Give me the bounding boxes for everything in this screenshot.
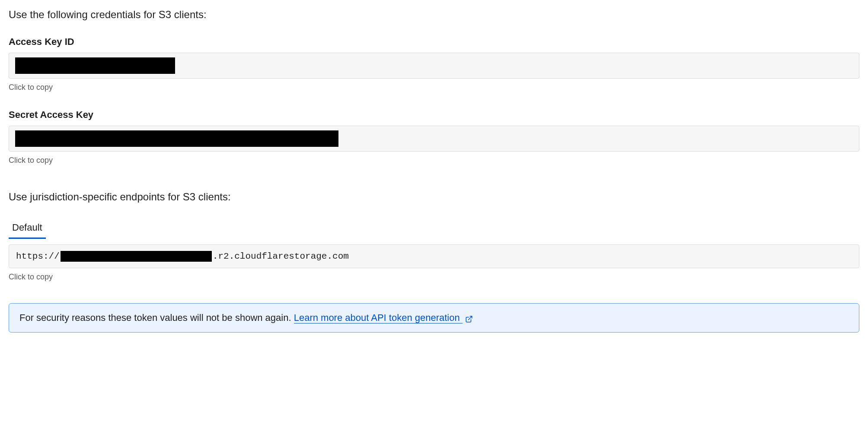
learn-more-link[interactable]: Learn more about API token generation: [294, 312, 463, 323]
endpoint-prefix: https://: [16, 251, 60, 261]
endpoints-intro-text: Use jurisdiction-specific endpoints for …: [9, 191, 859, 203]
access-key-id-value-box[interactable]: [9, 53, 859, 79]
endpoint-helper: Click to copy: [9, 273, 859, 282]
access-key-id-redacted: [15, 57, 175, 74]
credentials-intro-text: Use the following credentials for S3 cli…: [9, 9, 859, 21]
endpoint-account-id-redacted: [61, 251, 212, 262]
secret-access-key-label: Secret Access Key: [9, 109, 859, 120]
secret-access-key-value-box[interactable]: [9, 126, 859, 152]
endpoint-value-box[interactable]: https:// .r2.cloudflarestorage.com: [9, 244, 859, 268]
endpoint-tabs: Default: [9, 219, 859, 238]
external-link-icon: [465, 314, 473, 322]
svg-line-0: [468, 316, 472, 320]
learn-more-link-text: Learn more about API token generation: [294, 312, 460, 323]
banner-text: For security reasons these token values …: [19, 312, 294, 323]
access-key-id-label: Access Key ID: [9, 36, 859, 48]
secret-access-key-redacted: [15, 130, 338, 147]
secret-access-key-helper: Click to copy: [9, 156, 859, 165]
access-key-id-helper: Click to copy: [9, 83, 859, 92]
tab-default[interactable]: Default: [9, 219, 46, 239]
security-info-banner: For security reasons these token values …: [9, 303, 859, 333]
endpoint-suffix: .r2.cloudflarestorage.com: [213, 251, 349, 261]
